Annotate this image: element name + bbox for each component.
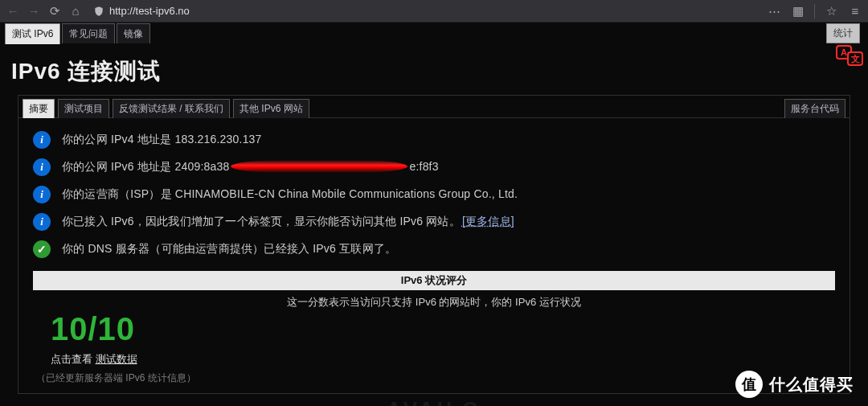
results-list: i 你的公网 IPv4 地址是 183.216.230.137 i 你的公网 I… bbox=[18, 118, 850, 265]
test-data-link[interactable]: 测试数据 bbox=[96, 353, 137, 365]
result-row-ipv4: i 你的公网 IPv4 地址是 183.216.230.137 bbox=[33, 126, 835, 154]
tab-faq[interactable]: 常见问题 bbox=[62, 23, 115, 44]
hamburger-icon[interactable]: ≡ bbox=[847, 3, 863, 19]
result-text: 你的公网 IPv6 地址是 2409:8a38e:f8f3 bbox=[62, 160, 439, 174]
language-badge-icon[interactable]: A 文 bbox=[836, 45, 865, 68]
back-button[interactable]: ← bbox=[5, 3, 21, 19]
result-row-isp: i 你的运营商（ISP）是 CHINAMOBILE-CN China Mobil… bbox=[33, 181, 835, 208]
menu-button[interactable]: ⋯ bbox=[766, 3, 782, 19]
result-row-ipv6: i 你的公网 IPv6 地址是 2409:8a38e:f8f3 bbox=[33, 154, 835, 181]
svg-text:文: 文 bbox=[850, 54, 860, 64]
subtab-other-sites[interactable]: 其他 IPv6 网站 bbox=[233, 99, 309, 118]
subtab-feedback[interactable]: 反馈测试结果 / 联系我们 bbox=[113, 99, 230, 118]
subtab-helpdesk-code[interactable]: 服务台代码 bbox=[784, 99, 845, 118]
info-icon: i bbox=[33, 131, 51, 149]
result-text: 你已接入 IPv6，因此我们增加了一个标签页，显示你能否访问其他 IPv6 网站… bbox=[62, 215, 514, 229]
info-icon: i bbox=[33, 158, 51, 176]
info-icon: i bbox=[33, 213, 51, 231]
result-text: 你的公网 IPv4 地址是 183.216.230.137 bbox=[62, 133, 262, 147]
content-panel: 摘要 测试项目 反馈测试结果 / 联系我们 其他 IPv6 网站 服务台代码 i… bbox=[18, 95, 850, 394]
tab-mirror[interactable]: 镜像 bbox=[117, 23, 150, 44]
score-value: 10/10 bbox=[51, 311, 850, 347]
score-bar-title: IPv6 状况评分 bbox=[33, 271, 835, 290]
svg-text:A: A bbox=[841, 47, 847, 57]
check-icon: ✓ bbox=[33, 240, 51, 258]
watermark-circle-icon: 值 bbox=[735, 371, 763, 398]
bookmark-star-icon[interactable]: ☆ bbox=[823, 3, 839, 19]
tab-test-ipv6[interactable]: 测试 IPv6 bbox=[5, 23, 60, 44]
redacted-scribble bbox=[231, 160, 407, 173]
result-text: 你的 DNS 服务器（可能由运营商提供）已经接入 IPv6 互联网了。 bbox=[62, 242, 396, 256]
subtab-tests[interactable]: 测试项目 bbox=[58, 99, 109, 118]
watermark-text: 什么值得买 bbox=[769, 374, 854, 396]
url-text: http://test-ipv6.no bbox=[109, 5, 190, 17]
watermark: 值 什么值得买 bbox=[735, 371, 854, 398]
result-text: 你的运营商（ISP）是 CHINAMOBILE-CN China Mobile … bbox=[62, 187, 518, 202]
top-tab-strip: 测试 IPv6 常见问题 镜像 统计 bbox=[0, 23, 868, 43]
brand-shadow-text: AVAILO bbox=[11, 397, 857, 406]
page-title: IPv6 连接测试 bbox=[11, 56, 857, 87]
browser-toolbar: ← → ⟳ ⌂ http://test-ipv6.no ⋯ ▦ ☆ ≡ bbox=[0, 0, 868, 23]
info-icon: i bbox=[33, 186, 51, 203]
more-info-link[interactable]: [更多信息] bbox=[462, 215, 514, 228]
reload-button[interactable]: ⟳ bbox=[47, 3, 63, 19]
footer: AVAILO 此镜像的提供者是 Availo AS bbox=[11, 397, 857, 406]
click-to-view-line: 点击查看 测试数据 bbox=[51, 352, 850, 367]
updated-note: （已经更新服务器端 IPv6 统计信息） bbox=[36, 371, 850, 385]
score-subtitle: 这一分数表示当访问只支持 IPv6 的网站时，你的 IPv6 运行状况 bbox=[18, 295, 850, 310]
home-button[interactable]: ⌂ bbox=[68, 3, 84, 19]
forward-button[interactable]: → bbox=[26, 3, 42, 19]
subtab-summary[interactable]: 摘要 bbox=[23, 99, 55, 118]
address-bar[interactable]: http://test-ipv6.no bbox=[88, 2, 761, 20]
result-row-ipv6-tab: i 你已接入 IPv6，因此我们增加了一个标签页，显示你能否访问其他 IPv6 … bbox=[33, 208, 835, 236]
result-row-dns: ✓ 你的 DNS 服务器（可能由运营商提供）已经接入 IPv6 互联网了。 bbox=[33, 236, 835, 263]
shield-icon bbox=[93, 6, 104, 17]
apps-icon[interactable]: ▦ bbox=[790, 3, 806, 19]
page-body: A 文 IPv6 连接测试 摘要 测试项目 反馈测试结果 / 联系我们 其他 I… bbox=[0, 43, 868, 406]
stats-button[interactable]: 统计 bbox=[826, 23, 860, 43]
separator bbox=[814, 4, 815, 18]
sub-tab-strip: 摘要 测试项目 反馈测试结果 / 联系我们 其他 IPv6 网站 服务台代码 bbox=[18, 96, 850, 118]
